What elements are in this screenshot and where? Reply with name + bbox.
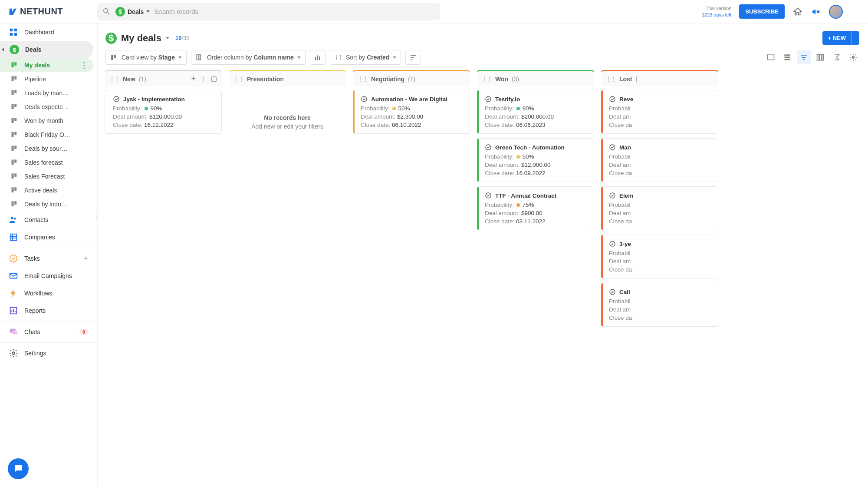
deal-card[interactable]: Elem Probabil Deal am Close da: [601, 186, 718, 230]
search-bar[interactable]: $ Deals: [97, 3, 440, 20]
sidebar-sub-label: Sales forecast: [24, 159, 63, 166]
nav-chats[interactable]: Chats 9: [0, 323, 93, 341]
svg-rect-60: [822, 54, 823, 60]
board-icon: [10, 144, 19, 153]
sidebar-sub-item[interactable]: Won by month: [0, 114, 93, 128]
order-column-selector[interactable]: Order column by Column name: [191, 50, 306, 65]
card-close: Close date: 16.12.2022: [113, 122, 215, 128]
new-button-dropdown[interactable]: [851, 31, 859, 45]
count-total: /32: [181, 35, 189, 41]
sidebar-sub-item[interactable]: Deals expecte…: [0, 100, 93, 114]
sidebar-sub-item[interactable]: Leads by man…: [0, 86, 93, 100]
nav-dashboard[interactable]: Dashboard: [0, 23, 93, 41]
view-table-icon[interactable]: [764, 50, 778, 64]
view-list-icon[interactable]: [780, 50, 794, 64]
sidebar-sub-item[interactable]: My deals⋮: [0, 58, 93, 72]
column-header[interactable]: ⋮⋮ Negotiating (1): [353, 70, 470, 86]
card-amount: Deal am: [609, 306, 712, 313]
sort-direction[interactable]: [405, 50, 421, 65]
columns-icon[interactable]: [813, 50, 827, 64]
sidebar-sub-item[interactable]: Sales Forecast: [0, 169, 93, 183]
svg-rect-53: [784, 56, 790, 58]
subscribe-button[interactable]: SUBSCRIBE: [739, 4, 785, 19]
sidebar-sub-item[interactable]: Active deals: [0, 183, 93, 197]
grip-icon[interactable]: ⋮⋮: [357, 76, 368, 83]
nav-settings[interactable]: Settings: [0, 345, 93, 362]
deal-card[interactable]: Jysk - Implementation Probability: 90% D…: [105, 90, 222, 134]
sort-selector[interactable]: Sort by Created: [330, 50, 401, 65]
sidebar-sub-item[interactable]: Deals by indu…: [0, 197, 93, 211]
user-menu-caret[interactable]: [851, 7, 861, 17]
divider: [0, 321, 97, 321]
card-probability: Probability: 50%: [361, 105, 464, 112]
board-icon: [10, 116, 19, 125]
grip-icon[interactable]: ⋮⋮: [233, 76, 243, 83]
column-header[interactable]: ⋮⋮ Lost (: [601, 70, 718, 86]
card-amount: Deal amount: $200,000.00: [485, 113, 588, 120]
deal-card[interactable]: Automation - We are Digital Probability:…: [353, 90, 470, 134]
search-scope-chip[interactable]: $ Deals: [115, 7, 150, 17]
logo[interactable]: NETHUNT: [3, 7, 97, 17]
card-probability: Probabil: [609, 202, 712, 208]
board-icon: [10, 200, 19, 209]
nav-contacts-label: Contacts: [24, 216, 48, 223]
nav-workflows[interactable]: Workflows: [0, 285, 93, 302]
nav-contacts[interactable]: Contacts: [0, 211, 93, 229]
add-card-icon[interactable]: +: [191, 74, 196, 83]
topbar-right: Trial version 1223 days left SUBSCRIBE: [702, 4, 865, 19]
deal-card[interactable]: TTF - Annual Contract Probability: 75% D…: [477, 186, 594, 230]
deal-card[interactable]: Green Tech - Automation Probability: 50%…: [477, 138, 594, 182]
bar-chart-icon: [314, 53, 322, 61]
svg-rect-10: [12, 104, 14, 109]
count-shown: 10: [175, 35, 181, 41]
grip-icon[interactable]: ⋮⋮: [481, 76, 492, 83]
home-icon[interactable]: [792, 7, 803, 17]
more-icon[interactable]: ⋮: [200, 76, 206, 83]
sidebar-sub-item[interactable]: Deals by sour…: [0, 142, 93, 156]
nav-reports[interactable]: Reports: [0, 302, 93, 319]
card-title: Reve: [609, 96, 712, 103]
sidebar-sub-item[interactable]: Sales forecast: [0, 156, 93, 169]
sidebar-sub-item[interactable]: Black Friday O…: [0, 128, 93, 142]
filter-icon[interactable]: [797, 50, 811, 64]
card-view-selector[interactable]: Card view by Stage: [105, 50, 187, 65]
nav-tasks[interactable]: Tasks +: [0, 250, 93, 267]
chat-launcher[interactable]: [8, 458, 29, 479]
checkbox-icon[interactable]: [210, 76, 217, 83]
columns-icon: [196, 53, 204, 61]
search-input[interactable]: [154, 8, 435, 15]
deal-card[interactable]: 3-ye Probabil Deal am Close da: [601, 235, 718, 278]
chart-toggle[interactable]: [310, 50, 326, 65]
new-button[interactable]: + NEW: [822, 31, 851, 45]
grip-icon[interactable]: ⋮⋮: [109, 76, 119, 83]
nav-companies[interactable]: Companies: [0, 229, 93, 246]
avatar[interactable]: [829, 5, 843, 19]
gear-icon[interactable]: [846, 50, 860, 64]
deal-card[interactable]: Man Probabil Deal am Close da: [601, 138, 718, 182]
column-header[interactable]: ⋮⋮ New (1) + ⋮: [105, 70, 222, 86]
deal-card[interactable]: Call Probabil Deal am Close da: [601, 283, 718, 327]
svg-rect-21: [14, 173, 16, 177]
svg-rect-12: [12, 118, 14, 123]
column-header[interactable]: ⋮⋮ Won (3): [477, 70, 594, 86]
sigma-icon[interactable]: [830, 50, 844, 64]
nav-email-campaigns[interactable]: Email Campaigns: [0, 267, 93, 285]
sidebar-collapse-handle[interactable]: ⋮: [95, 209, 97, 226]
deal-card[interactable]: Testify.io Probability: 90% Deal amount:…: [477, 90, 594, 134]
nav-companies-label: Companies: [24, 234, 55, 241]
sidebar-sub-item[interactable]: Pipeline: [0, 72, 93, 86]
svg-rect-18: [12, 159, 14, 165]
announce-icon[interactable]: [811, 7, 821, 17]
companies-icon: [9, 232, 18, 242]
card-amount: Deal amount: $900.00: [485, 210, 588, 216]
chevron-down-icon[interactable]: [166, 37, 169, 39]
kanban-board[interactable]: ⋮⋮ New (1) + ⋮ Jysk - Implementation Pro…: [98, 70, 868, 487]
card-close: Close da: [609, 170, 712, 176]
nav-deals[interactable]: $ Deals: [0, 41, 93, 58]
nav-deals-label: Deals: [25, 46, 41, 53]
grip-icon[interactable]: ⋮⋮: [605, 76, 616, 83]
more-icon[interactable]: ⋮: [80, 63, 88, 67]
add-task-icon[interactable]: +: [83, 254, 88, 263]
column-header[interactable]: ⋮⋮ Presentation: [229, 70, 346, 86]
deal-card[interactable]: Reve Probabil Deal am Close da: [601, 90, 718, 134]
